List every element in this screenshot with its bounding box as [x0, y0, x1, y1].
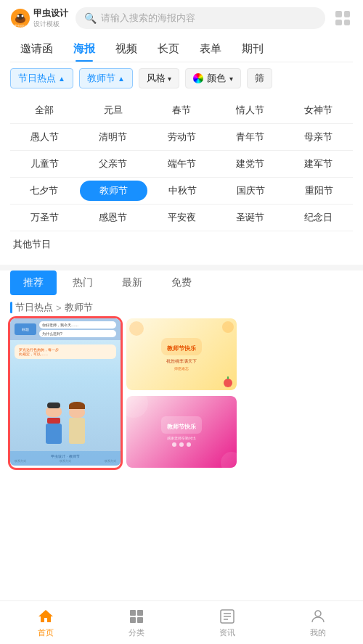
svg-rect-6 — [130, 610, 136, 616]
tab-recommended[interactable]: 推荐 — [10, 271, 57, 295]
nav-category[interactable]: 分类 — [91, 608, 182, 638]
holiday-youth[interactable]: 青年节 — [216, 124, 284, 150]
right-column: 教师节快乐 祝您桃李满天下 师恩难忘 — [126, 318, 237, 468]
holiday-row-2: 愚人节 清明节 劳动节 青年节 母亲节 — [10, 124, 353, 151]
holiday-army[interactable]: 建军节 — [285, 151, 353, 177]
grid-icon — [128, 608, 145, 625]
svg-text:甲虫设计: 甲虫设计 — [15, 24, 26, 28]
more-filter-btn[interactable]: 筛 — [247, 68, 272, 88]
holiday-chongyang[interactable]: 重阳节 — [285, 178, 353, 204]
tab-magazine[interactable]: 期刊 — [232, 36, 274, 62]
holiday-mothers[interactable]: 母亲节 — [285, 124, 353, 150]
nav-home[interactable]: 首页 — [0, 608, 91, 638]
svg-point-3 — [17, 15, 20, 17]
color-filter-btn[interactable]: 颜色 ▾ — [185, 68, 241, 88]
holiday-qixi[interactable]: 七夕节 — [10, 178, 78, 204]
holiday-row-3: 儿童节 父亲节 端午节 建党节 建军节 — [10, 151, 353, 178]
user-icon — [309, 608, 327, 625]
holiday-row-4: 七夕节 教师节 中秋节 国庆节 重阳节 — [10, 178, 353, 205]
holiday-row-5: 万圣节 感恩节 平安夜 圣诞节 纪念日 — [10, 205, 353, 231]
holiday-other[interactable]: 其他节日 — [10, 231, 353, 257]
holiday-row-6: 其他节日 — [10, 231, 353, 257]
filter-row: 节日热点 ▲ 教师节 ▲ 风格 ▾ 颜色 ▾ 筛 — [0, 62, 363, 94]
holiday-thanksgiving[interactable]: 感恩节 — [78, 205, 147, 231]
tab-free[interactable]: 免费 — [158, 271, 205, 295]
section-divider — [0, 265, 363, 271]
holiday-all[interactable]: 全部 — [10, 97, 78, 123]
search-icon: 🔍 — [84, 12, 97, 24]
breadcrumb-parent: 节日热点 — [15, 301, 53, 314]
holiday-party[interactable]: 建党节 — [216, 151, 284, 177]
nav-tabs: 邀请函 海报 视频 长页 表单 期刊 — [10, 36, 353, 62]
template-card-1[interactable]: 标题 你好老师，我今天…… 为什么迟到? 罗光达行色匆匆，每一步向规定，可以…… — [10, 318, 121, 468]
breadcrumb-bar — [10, 302, 12, 313]
holiday-goddess[interactable]: 女神节 — [285, 97, 353, 123]
grid-view-icon[interactable] — [333, 8, 353, 28]
search-bar[interactable]: 🔍 请输入搜索的海报内容 — [76, 7, 325, 29]
main-content: 甲虫设计 甲虫设计 设计模板 🔍 请输入搜索的海报内容 — [0, 0, 363, 600]
holiday-fathers[interactable]: 父亲节 — [78, 151, 147, 177]
color-filter-arrow: ▾ — [229, 75, 233, 83]
holiday-filter-btn[interactable]: 节日热点 ▲ — [10, 68, 73, 88]
holiday-filter-arrow: ▲ — [58, 75, 65, 83]
color-circle-icon — [193, 73, 203, 83]
holiday-christmas[interactable]: 圣诞节 — [216, 205, 284, 231]
holiday-grid: 全部 元旦 春节 情人节 女神节 愚人节 清明节 劳动节 青年节 母亲节 儿童节… — [0, 94, 363, 265]
holiday-row-1: 全部 元旦 春节 情人节 女神节 — [10, 97, 353, 124]
breadcrumb-separator: > — [56, 302, 62, 313]
tab-poster[interactable]: 海报 — [63, 36, 105, 62]
tab-form[interactable]: 表单 — [189, 36, 232, 62]
teacher-filter-arrow: ▲ — [118, 75, 125, 83]
home-icon — [37, 608, 54, 625]
breadcrumb-current: 教师节 — [65, 301, 93, 314]
news-icon — [219, 608, 236, 625]
nav-news-label: 资讯 — [219, 627, 235, 638]
tab-hot[interactable]: 热门 — [60, 271, 106, 295]
header: 甲虫设计 甲虫设计 设计模板 🔍 请输入搜索的海报内容 — [0, 0, 363, 62]
content-tabs: 推荐 热门 最新 免费 — [0, 271, 363, 295]
cartoon-footer: 甲虫设计 · 教师节 联系方式联系方式联系方式 — [10, 451, 121, 466]
bottom-nav: 首页 分类 资讯 我的 — [0, 600, 363, 644]
style-filter-arrow: ▾ — [168, 75, 171, 83]
nav-profile-label: 我的 — [310, 627, 326, 638]
logo-text: 甲虫设计 设计模板 — [33, 7, 68, 29]
search-placeholder: 请输入搜索的海报内容 — [101, 12, 195, 25]
svg-point-4 — [22, 15, 24, 17]
nav-news[interactable]: 资讯 — [182, 608, 272, 638]
holiday-midautumn[interactable]: 中秋节 — [149, 178, 217, 204]
teacher-filter-btn[interactable]: 教师节 ▲ — [79, 68, 133, 88]
holiday-valentine[interactable]: 情人节 — [216, 97, 284, 123]
holiday-memorial[interactable]: 纪念日 — [285, 205, 353, 231]
logo-area: 甲虫设计 甲虫设计 设计模板 — [10, 7, 68, 29]
svg-point-14 — [315, 611, 321, 616]
nav-home-label: 首页 — [38, 627, 54, 638]
holiday-fool[interactable]: 愚人节 — [10, 124, 78, 150]
logo-icon: 甲虫设计 — [10, 8, 30, 28]
tab-latest[interactable]: 最新 — [109, 271, 155, 295]
header-top: 甲虫设计 甲虫设计 设计模板 🔍 请输入搜索的海报内容 — [10, 7, 353, 29]
holiday-labor[interactable]: 劳动节 — [147, 124, 216, 150]
holiday-childrens[interactable]: 儿童节 — [10, 151, 78, 177]
breadcrumb: 节日热点 > 教师节 — [0, 295, 363, 318]
image-grid: 标题 你好老师，我今天…… 为什么迟到? 罗光达行色匆匆，每一步向规定，可以…… — [0, 318, 363, 474]
tab-long-page[interactable]: 长页 — [147, 36, 189, 62]
template-card-3[interactable]: 教师节快乐 感谢老师辛勤付出 — [126, 396, 237, 468]
holiday-spring[interactable]: 春节 — [147, 97, 216, 123]
holiday-duanwu[interactable]: 端午节 — [147, 151, 216, 177]
tab-invitation[interactable]: 邀请函 — [10, 36, 63, 62]
holiday-qingming[interactable]: 清明节 — [78, 124, 147, 150]
holiday-christmas-eve[interactable]: 平安夜 — [147, 205, 216, 231]
bottom-spacer — [0, 474, 363, 524]
svg-rect-7 — [137, 610, 143, 616]
holiday-halloween[interactable]: 万圣节 — [10, 205, 78, 231]
tab-video[interactable]: 视频 — [105, 36, 147, 62]
svg-rect-8 — [130, 617, 136, 623]
holiday-national[interactable]: 国庆节 — [217, 178, 285, 204]
nav-category-label: 分类 — [129, 627, 144, 638]
template-card-2[interactable]: 教师节快乐 祝您桃李满天下 师恩难忘 — [126, 318, 237, 390]
holiday-teacher[interactable]: 教师节 — [80, 181, 148, 201]
svg-rect-9 — [137, 617, 143, 623]
nav-profile[interactable]: 我的 — [272, 608, 363, 638]
holiday-newyear[interactable]: 元旦 — [78, 97, 147, 123]
style-filter-btn[interactable]: 风格 ▾ — [139, 68, 179, 88]
